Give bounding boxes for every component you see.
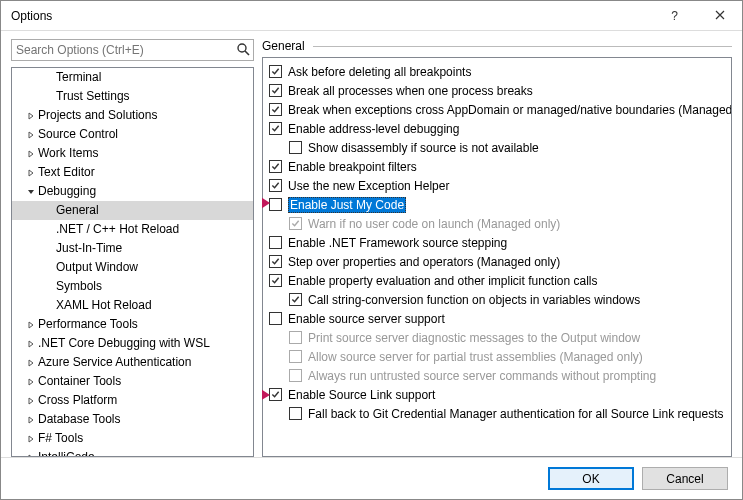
tree-item-label: Output Window: [54, 258, 138, 277]
option-row: Call string-conversion function on objec…: [269, 290, 732, 309]
cancel-button[interactable]: Cancel: [642, 467, 728, 490]
tree-item[interactable]: Text Editor: [12, 163, 253, 182]
option-label: Allow source server for partial trust as…: [308, 350, 643, 364]
checkbox[interactable]: [269, 312, 282, 325]
checkbox[interactable]: [269, 255, 282, 268]
tree-item[interactable]: Symbols: [12, 277, 253, 296]
close-icon: [715, 9, 725, 23]
chevron-right-icon[interactable]: [26, 435, 36, 443]
tree-item-label: Terminal: [54, 68, 101, 87]
left-panel: TerminalTrust SettingsProjects and Solut…: [11, 39, 254, 457]
checkbox[interactable]: [269, 198, 282, 211]
chevron-right-icon[interactable]: [26, 359, 36, 367]
checkbox[interactable]: [289, 293, 302, 306]
option-label: Always run untrusted source server comma…: [308, 369, 656, 383]
tree-item[interactable]: Output Window: [12, 258, 253, 277]
ok-button[interactable]: OK: [548, 467, 634, 490]
option-label: Enable breakpoint filters: [288, 160, 417, 174]
checkbox[interactable]: [289, 141, 302, 154]
tree-item[interactable]: XAML Hot Reload: [12, 296, 253, 315]
tree-item[interactable]: Performance Tools: [12, 315, 253, 334]
chevron-right-icon[interactable]: [26, 397, 36, 405]
option-row: Allow source server for partial trust as…: [269, 347, 732, 366]
group-divider: [313, 46, 732, 47]
checkbox[interactable]: [269, 274, 282, 287]
tree-item[interactable]: .NET / C++ Hot Reload: [12, 220, 253, 239]
tree-item[interactable]: Container Tools: [12, 372, 253, 391]
tree-item-label: Text Editor: [36, 163, 95, 182]
tree-item-label: .NET Core Debugging with WSL: [36, 334, 210, 353]
help-button[interactable]: ?: [652, 1, 697, 31]
option-label: Enable source server support: [288, 312, 445, 326]
tree-item-label: Cross Platform: [36, 391, 117, 410]
tree-item-label: IntelliCode: [36, 448, 95, 457]
option-row: Enable address-level debugging: [269, 119, 732, 138]
right-panel: General Ask before deleting all breakpoi…: [262, 39, 732, 457]
chevron-right-icon[interactable]: [26, 131, 36, 139]
option-row: Enable property evaluation and other imp…: [269, 271, 732, 290]
tree-item[interactable]: .NET Core Debugging with WSL: [12, 334, 253, 353]
dialog-footer: OK Cancel: [1, 457, 742, 499]
search-wrapper: [11, 39, 254, 61]
checkbox[interactable]: [269, 65, 282, 78]
chevron-right-icon[interactable]: [26, 321, 36, 329]
window-title: Options: [11, 9, 652, 23]
checkbox[interactable]: [269, 160, 282, 173]
option-label: Show disassembly if source is not availa…: [308, 141, 539, 155]
tree-item[interactable]: General: [12, 201, 253, 220]
checkbox[interactable]: [269, 236, 282, 249]
checkbox: [289, 331, 302, 344]
option-label: Ask before deleting all breakpoints: [288, 65, 471, 79]
tree-item[interactable]: Database Tools: [12, 410, 253, 429]
search-icon[interactable]: [236, 42, 250, 56]
tree-item[interactable]: Source Control: [12, 125, 253, 144]
tree-item[interactable]: Cross Platform: [12, 391, 253, 410]
chevron-right-icon[interactable]: [26, 340, 36, 348]
option-label: Break all processes when one process bre…: [288, 84, 533, 98]
checkbox[interactable]: [269, 84, 282, 97]
tree-item[interactable]: Terminal: [12, 68, 253, 87]
option-row: Break when exceptions cross AppDomain or…: [269, 100, 732, 119]
checkbox[interactable]: [269, 388, 282, 401]
checkbox[interactable]: [289, 407, 302, 420]
option-row: Enable source server support: [269, 309, 732, 328]
search-input[interactable]: [11, 39, 254, 61]
tree-item-label: Debugging: [36, 182, 96, 201]
option-row: Fall back to Git Credential Manager auth…: [269, 404, 732, 423]
option-row: Use the new Exception Helper: [269, 176, 732, 195]
chevron-right-icon[interactable]: [26, 150, 36, 158]
tree-item[interactable]: Debugging: [12, 182, 253, 201]
tree-item-label: Source Control: [36, 125, 118, 144]
option-label: Call string-conversion function on objec…: [308, 293, 640, 307]
option-label: Warn if no user code on launch (Managed …: [308, 217, 560, 231]
tree-item[interactable]: IntelliCode: [12, 448, 253, 457]
option-row: Enable breakpoint filters: [269, 157, 732, 176]
tree-item-label: Just-In-Time: [54, 239, 122, 258]
tree-item-label: Work Items: [36, 144, 98, 163]
option-label: Enable .NET Framework source stepping: [288, 236, 507, 250]
option-row: Always run untrusted source server comma…: [269, 366, 732, 385]
tree-item[interactable]: Work Items: [12, 144, 253, 163]
checkbox[interactable]: [269, 122, 282, 135]
tree-item[interactable]: Azure Service Authentication: [12, 353, 253, 372]
options-tree[interactable]: TerminalTrust SettingsProjects and Solut…: [11, 67, 254, 457]
checkbox[interactable]: [269, 103, 282, 116]
checkbox[interactable]: [269, 179, 282, 192]
chevron-right-icon[interactable]: [26, 378, 36, 386]
option-row: Show disassembly if source is not availa…: [269, 138, 732, 157]
chevron-right-icon[interactable]: [26, 416, 36, 424]
option-label: Use the new Exception Helper: [288, 179, 449, 193]
option-row: Print source server diagnostic messages …: [269, 328, 732, 347]
chevron-down-icon[interactable]: [26, 188, 36, 196]
tree-item[interactable]: F# Tools: [12, 429, 253, 448]
options-scroll[interactable]: Ask before deleting all breakpointsBreak…: [262, 57, 732, 457]
chevron-right-icon[interactable]: [26, 112, 36, 120]
titlebar: Options ?: [1, 1, 742, 31]
tree-item[interactable]: Just-In-Time: [12, 239, 253, 258]
chevron-right-icon[interactable]: [26, 169, 36, 177]
tree-item[interactable]: Trust Settings: [12, 87, 253, 106]
tree-item-label: F# Tools: [36, 429, 83, 448]
option-row: Ask before deleting all breakpoints: [269, 62, 732, 81]
close-button[interactable]: [697, 1, 742, 31]
tree-item[interactable]: Projects and Solutions: [12, 106, 253, 125]
